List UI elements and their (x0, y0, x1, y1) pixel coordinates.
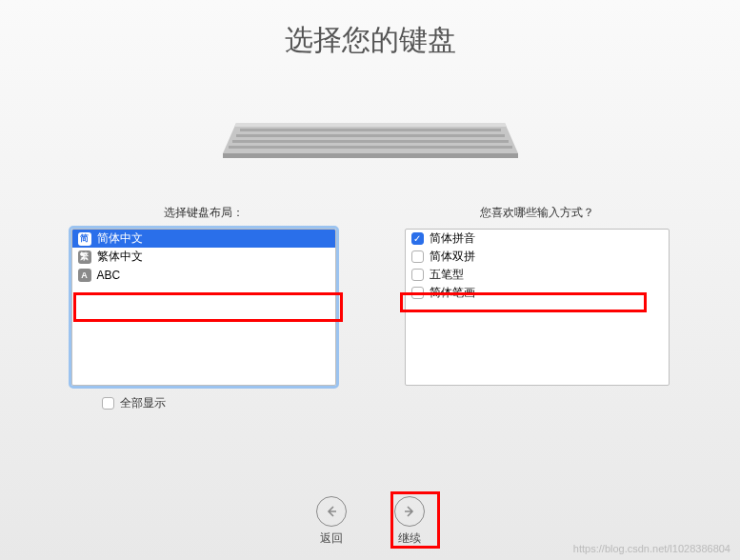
list-item-label: 繁体中文 (97, 249, 143, 265)
continue-button[interactable]: 继续 (394, 496, 425, 547)
list-item-label: ABC (97, 269, 121, 282)
show-all-checkbox[interactable]: 全部显示 (71, 395, 166, 411)
svg-marker-0 (223, 123, 518, 153)
svg-rect-2 (223, 153, 518, 158)
svg-rect-6 (229, 146, 512, 149)
checkbox-icon (411, 269, 424, 281)
input-method-section: 您喜欢哪些输入方式？ 简体拼音简体双拼五笔型简体笔画 (405, 205, 670, 411)
checkbox-icon (411, 287, 424, 299)
list-item-label: 五笔型 (430, 267, 464, 283)
list-item[interactable]: 简体双拼 (406, 248, 669, 266)
list-item[interactable]: 繁繁体中文 (72, 248, 335, 266)
checkbox-icon (102, 397, 114, 410)
checkbox-icon (411, 250, 424, 263)
keyboard-layout-list[interactable]: 简简体中文繁繁体中文AABC (71, 229, 336, 386)
back-label: 返回 (320, 530, 343, 547)
input-method-list[interactable]: 简体拼音简体双拼五笔型简体笔画 (405, 229, 670, 386)
page-title: 选择您的键盘 (0, 0, 740, 60)
svg-rect-4 (236, 134, 505, 137)
keyboard-layout-label: 选择键盘布局： (164, 205, 244, 221)
list-item-label: 简体拼音 (430, 230, 475, 247)
input-method-label: 您喜欢哪些输入方式？ (480, 205, 594, 221)
list-item[interactable]: 简体拼音 (406, 230, 669, 248)
checkbox-icon (411, 232, 424, 245)
arrow-left-icon (316, 496, 347, 527)
svg-rect-5 (232, 140, 509, 143)
list-item[interactable]: 简体笔画 (406, 284, 669, 302)
list-item[interactable]: AABC (72, 266, 335, 284)
back-button[interactable]: 返回 (316, 496, 347, 547)
layout-badge-icon: 简 (78, 232, 91, 246)
list-item[interactable]: 简简体中文 (72, 230, 335, 248)
layout-badge-icon: A (78, 269, 91, 282)
arrow-right-icon (394, 496, 425, 527)
show-all-label: 全部显示 (120, 395, 166, 411)
layout-badge-icon: 繁 (78, 250, 91, 264)
continue-label: 继续 (398, 530, 421, 547)
keyboard-illustration (0, 113, 740, 159)
list-item-label: 简体双拼 (430, 249, 475, 265)
watermark: https://blog.csdn.net/l1028386804 (573, 543, 730, 554)
keyboard-layout-section: 选择键盘布局： 简简体中文繁繁体中文AABC 全部显示 (71, 205, 336, 411)
list-item-label: 简体笔画 (430, 285, 475, 301)
list-item[interactable]: 五笔型 (406, 266, 669, 284)
list-item-label: 简体中文 (97, 230, 143, 247)
svg-rect-3 (240, 129, 501, 131)
svg-marker-1 (234, 123, 507, 127)
